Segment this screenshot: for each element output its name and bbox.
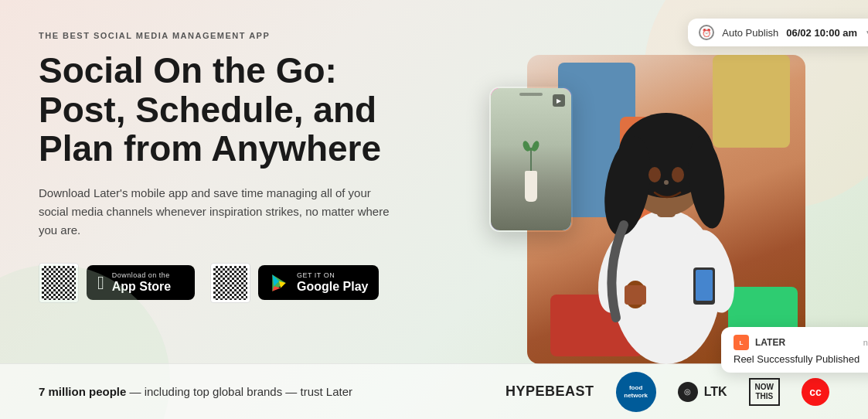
brand-ltk: ◎ LTK: [678, 382, 727, 402]
brand-food-network: foodnetwork: [616, 372, 656, 412]
food-network-text: foodnetwork: [624, 384, 648, 399]
google-play-text: GET IT ON Google Play: [297, 271, 368, 294]
dropdown-icon: ▼: [865, 29, 868, 37]
phone-mockup: ▶: [488, 86, 574, 233]
svg-point-12: [648, 167, 661, 182]
svg-point-18: [664, 180, 669, 185]
trust-bold: 7 million people: [39, 385, 126, 398]
app-store-sub-label: Download on the: [112, 271, 171, 279]
tagline: THE BEST SOCIAL MEDIA MANAGEMENT APP: [39, 31, 394, 40]
trust-rest: — including top global brands — trust La…: [130, 385, 353, 398]
google-play-qr: [210, 263, 250, 303]
brand-hypebeast: HYPEBEAST: [505, 383, 594, 400]
plant-leaves: [523, 141, 539, 152]
phone-content: ▶: [491, 88, 571, 230]
right-content: ⏰ Auto Publish 06/02 10:00 am ▼ ▶: [433, 0, 868, 419]
google-play-group: GET IT ON Google Play: [210, 263, 379, 303]
google-play-button[interactable]: GET IT ON Google Play: [258, 265, 379, 300]
app-store-qr: [39, 263, 79, 303]
notification-toast: L LATER now Reel Successfully Published: [721, 327, 868, 373]
google-play-sub-label: GET IT ON: [297, 271, 368, 279]
toast-header: L LATER now: [734, 335, 868, 350]
woman-figure-svg: [558, 70, 774, 364]
google-play-icon: [269, 273, 289, 293]
qr-pattern-2: [213, 266, 247, 300]
svg-point-13: [672, 167, 684, 182]
svg-rect-17: [625, 285, 646, 305]
plant-stem: [530, 148, 532, 171]
description-text: Download Later's mobile app and save tim…: [39, 184, 394, 240]
google-play-main-label: Google Play: [297, 279, 368, 294]
hypebeast-text: HYPEBEAST: [505, 383, 594, 400]
later-logo-icon: L: [734, 335, 749, 350]
svg-marker-2: [279, 281, 286, 288]
toast-app-name: LATER: [755, 337, 857, 348]
main-headline: Social On the Go: Post, Schedule, and Pl…: [39, 51, 394, 169]
phone-screen: ▶: [491, 88, 571, 230]
reel-play-icon: ▶: [553, 94, 565, 107]
schedule-icon: ⏰: [699, 25, 714, 40]
auto-publish-label: Auto Publish: [722, 27, 778, 39]
plant-decoration: [523, 141, 539, 202]
phone-notch: [519, 93, 543, 96]
qr-pattern: [42, 266, 76, 300]
auto-publish-bar[interactable]: ⏰ Auto Publish 06/02 10:00 am ▼: [688, 19, 868, 46]
auto-publish-datetime: 06/02 10:00 am: [786, 27, 857, 39]
cc-icon: cc: [809, 386, 822, 398]
leaf-left: [521, 140, 530, 152]
svg-rect-15: [696, 270, 713, 301]
brand-nowthis: NOWTHIS: [749, 378, 780, 406]
trust-statement: 7 million people — including top global …: [39, 385, 505, 398]
brand-creative-cloud: cc: [802, 378, 829, 406]
vase-body: [525, 171, 537, 202]
brand-logos-container: HYPEBEAST foodnetwork ◎ LTK NOWTHIS cc: [505, 372, 829, 412]
toast-time: now: [863, 338, 868, 347]
nowthis-text: NOWTHIS: [755, 383, 774, 401]
ltk-circle-icon: ◎: [684, 387, 691, 396]
toast-message: Reel Successfully Published: [734, 353, 868, 365]
ltk-text: LTK: [704, 385, 727, 399]
leaf-right: [530, 140, 540, 152]
